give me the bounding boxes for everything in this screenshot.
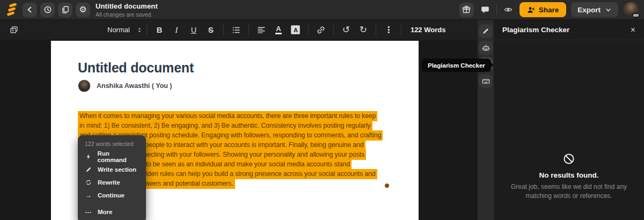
continue-item[interactable]: → Continue <box>78 189 146 202</box>
text-color-icon: A <box>275 25 281 34</box>
paragraph-style-value: Normal <box>107 26 130 34</box>
history-button[interactable] <box>40 3 55 17</box>
person-plus-icon <box>527 6 535 14</box>
toolbar-divider <box>333 25 334 35</box>
strikethrough-button[interactable]: S <box>204 23 217 37</box>
panel-title: Plagiarism Checker <box>502 26 569 34</box>
ai-assistant-button[interactable] <box>479 41 493 55</box>
avatar-initials-badge: AW <box>631 12 641 19</box>
panel-header: Plagiarism Checker × <box>494 20 644 40</box>
redo-button[interactable]: ↻ <box>357 23 370 37</box>
user-avatar[interactable]: AW <box>623 2 639 18</box>
kebab-icon: ⋮ <box>384 25 393 35</box>
back-button[interactable] <box>23 3 37 17</box>
simplified-logo-icon[interactable] <box>5 3 18 17</box>
paragraph-line: in mind: 1) Be consistent, 2) Be engagin… <box>78 120 383 130</box>
plagiarism-checker-tooltip: Plagiarism Checker <box>422 58 491 72</box>
logo-glyph <box>6 3 18 16</box>
close-icon: × <box>631 25 635 34</box>
collaborator-cursor-dot <box>385 184 389 188</box>
toolbar-divider <box>308 25 309 35</box>
arrow-right-icon: → <box>85 192 92 199</box>
editor-tool-button[interactable] <box>479 24 493 38</box>
app-root: ⚙ Untitled document All changes are save… <box>0 0 644 220</box>
bold-button[interactable]: B <box>153 23 166 37</box>
gift-icon <box>462 5 471 14</box>
bolt-icon <box>85 153 92 160</box>
document-title-heading[interactable]: Untitled document <box>78 60 194 76</box>
highlight-icon: A <box>291 25 300 34</box>
text-color-button[interactable]: A <box>272 23 285 37</box>
redo-icon: ↻ <box>360 25 367 34</box>
toolbar-divider <box>376 25 376 35</box>
right-tool-rail <box>478 20 494 220</box>
tooltip-arrow <box>491 62 494 68</box>
comments-button[interactable] <box>479 3 492 16</box>
paragraph-style-dropdown[interactable]: Normal <box>107 26 143 34</box>
empty-state: No results found. Great job, seems like … <box>494 153 644 201</box>
robot-icon <box>482 44 490 52</box>
link-button[interactable] <box>314 23 327 37</box>
toolbar-divider <box>147 25 147 35</box>
italic-button[interactable]: I <box>170 23 183 37</box>
align-icon <box>257 26 266 34</box>
format-toolbar: Normal B I U S A A <box>0 20 478 40</box>
list-button[interactable] <box>230 23 243 37</box>
run-command-item[interactable]: Run command <box>78 150 146 163</box>
shortcuts-button[interactable] <box>479 74 493 88</box>
chat-icon <box>481 5 489 14</box>
preview-button[interactable] <box>502 3 515 16</box>
toolbar-divider <box>248 25 249 35</box>
pages-button[interactable] <box>8 23 20 37</box>
bullet-list-icon <box>232 26 240 34</box>
empty-state-title: No results found. <box>494 171 644 179</box>
rewards-button[interactable] <box>459 3 474 17</box>
rewrite-label: Rewrite <box>98 179 120 186</box>
toolbar-divider <box>401 25 401 35</box>
save-status: All changes are saved. <box>96 11 158 18</box>
export-button[interactable]: Export <box>571 2 618 17</box>
selection-context-menu: 122 words selected Run command Write sec… <box>78 135 146 220</box>
topbar-nav-buttons: ⚙ <box>23 3 90 17</box>
more-options-button[interactable]: ⋮ <box>382 23 395 37</box>
ellipsis-icon: ••• <box>85 210 92 214</box>
underline-button[interactable]: U <box>187 23 200 37</box>
back-icon <box>26 5 34 14</box>
more-label: More <box>98 209 112 215</box>
clock-icon <box>43 5 52 14</box>
highlight-color-button[interactable]: A <box>289 23 302 37</box>
pages-icon <box>10 26 18 34</box>
selection-count-label: 122 words selected <box>78 139 146 150</box>
rewrite-icon <box>85 179 92 186</box>
empty-state-subtitle: Great job, seems like we did not find an… <box>508 182 630 201</box>
align-button[interactable] <box>255 23 268 37</box>
topbar-divider <box>496 5 497 14</box>
tooltip-label: Plagiarism Checker <box>428 62 485 69</box>
duplicate-button[interactable] <box>58 3 72 17</box>
settings-button[interactable]: ⚙ <box>76 3 90 17</box>
share-button[interactable]: Share <box>519 2 567 17</box>
more-item[interactable]: ••• More <box>78 206 146 218</box>
up-down-icon <box>136 26 143 34</box>
paragraph-line: When it comes to managing your various s… <box>78 111 383 120</box>
run-command-label: Run command <box>98 150 139 163</box>
pencil-icon <box>482 27 489 35</box>
document-meta: Untitled document All changes are saved. <box>96 2 158 18</box>
topbar-document-title: Untitled document <box>96 2 158 10</box>
blocked-icon <box>494 153 644 165</box>
write-section-item[interactable]: Write section <box>78 163 146 176</box>
continue-label: Continue <box>98 192 125 199</box>
rewrite-item[interactable]: Rewrite <box>78 176 146 189</box>
word-count: 122 Words <box>411 26 446 34</box>
author-name: Anshika Awasthi ( You ) <box>97 82 172 90</box>
toolbar-divider <box>223 25 224 35</box>
topbar: ⚙ Untitled document All changes are save… <box>0 0 644 20</box>
eye-icon <box>503 5 513 14</box>
gear-icon: ⚙ <box>79 5 86 14</box>
copy-icon <box>61 5 70 14</box>
topbar-actions: Share Export AW <box>459 2 639 18</box>
panel-close-button[interactable]: × <box>631 26 635 34</box>
author-avatar <box>78 79 91 92</box>
plagiarism-panel: Plagiarism Checker × No results found. G… <box>494 20 644 220</box>
undo-button[interactable]: ↺ <box>340 23 353 37</box>
